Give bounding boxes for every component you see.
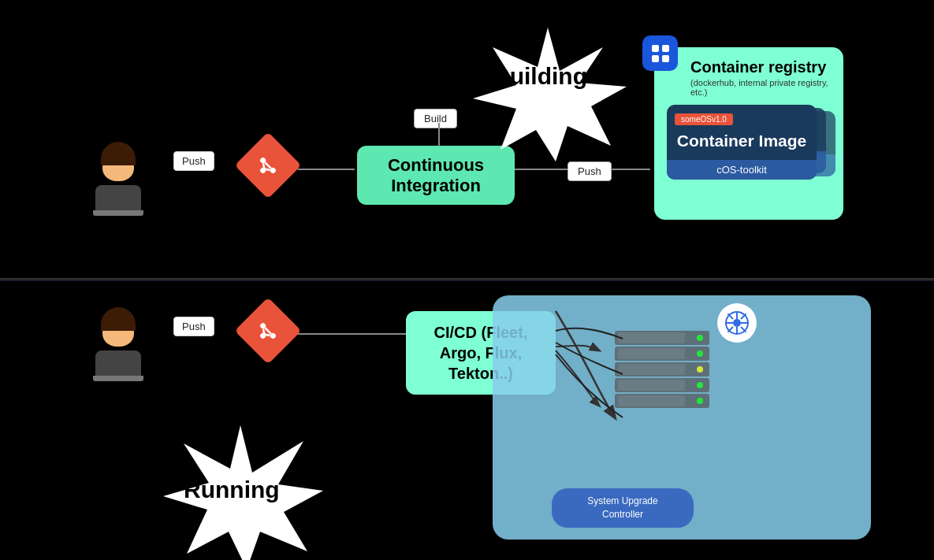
person-laptop-bottom bbox=[93, 376, 143, 381]
svg-point-37 bbox=[697, 398, 703, 404]
bottom-section: Push Running CI/CD (Fleet, Argo, Flux, T… bbox=[0, 280, 934, 560]
svg-rect-7 bbox=[652, 45, 659, 52]
arrow-git-to-ci bbox=[298, 169, 355, 170]
git-svg-bottom bbox=[250, 313, 285, 348]
svg-point-34 bbox=[697, 350, 703, 357]
container-image-label: Container Image bbox=[675, 128, 809, 157]
svg-point-19 bbox=[733, 319, 741, 327]
registry-box: Container registry (dockerhub, internal … bbox=[654, 47, 843, 220]
registry-subtitle: (dockerhub, internal private registry, e… bbox=[690, 78, 831, 97]
arrow-bottom-git-to-cicd bbox=[298, 333, 408, 335]
push-button-top[interactable]: Push bbox=[173, 151, 214, 171]
svg-rect-39 bbox=[618, 348, 685, 359]
svg-line-3 bbox=[265, 162, 271, 169]
building-burst: Building bbox=[465, 24, 631, 165]
person-body-bottom bbox=[95, 350, 141, 376]
person-body bbox=[95, 185, 141, 210]
registry-title: Container registry bbox=[690, 58, 831, 76]
svg-marker-6 bbox=[473, 28, 627, 161]
svg-rect-40 bbox=[618, 364, 685, 375]
svg-point-35 bbox=[697, 366, 703, 373]
svg-rect-38 bbox=[618, 332, 685, 343]
registry-grid-icon bbox=[649, 43, 672, 65]
card-front: someOSv1.0 Container Image cOS-toolkit bbox=[667, 105, 817, 180]
burst-svg bbox=[465, 24, 631, 165]
git-icon-top bbox=[244, 142, 298, 195]
person-laptop bbox=[93, 210, 143, 216]
svg-line-14 bbox=[265, 328, 271, 334]
svg-point-33 bbox=[697, 335, 703, 341]
building-label: Building bbox=[493, 63, 587, 90]
arrow-build-down bbox=[438, 123, 440, 146]
running-burst: Running bbox=[154, 421, 327, 560]
person-top bbox=[91, 142, 146, 216]
svg-point-13 bbox=[259, 332, 267, 339]
git-icon-bottom bbox=[244, 307, 298, 361]
svg-point-2 bbox=[259, 166, 267, 174]
build-button[interactable]: Build bbox=[414, 109, 457, 128]
running-label: Running bbox=[184, 477, 280, 503]
arrow-push-to-registry bbox=[611, 169, 650, 170]
svg-rect-9 bbox=[652, 55, 659, 62]
svg-rect-41 bbox=[618, 380, 685, 391]
k8s-wheel-icon bbox=[724, 310, 750, 336]
toolkit-badge: cOS-toolkit bbox=[667, 160, 817, 180]
server-svg bbox=[567, 323, 725, 496]
svg-rect-42 bbox=[618, 395, 685, 406]
top-section: Push Continuous Integration Build Push bbox=[0, 0, 934, 280]
person-hair-bottom bbox=[101, 307, 136, 331]
svg-rect-8 bbox=[662, 45, 669, 52]
suc-badge: System Upgrade Controller bbox=[552, 488, 694, 528]
svg-rect-10 bbox=[662, 55, 669, 62]
os-badge: someOSv1.0 bbox=[675, 113, 733, 125]
push-button-bottom[interactable]: Push bbox=[173, 317, 214, 336]
server-rack bbox=[567, 323, 725, 499]
arrow-ci-to-push bbox=[515, 169, 571, 170]
svg-point-36 bbox=[697, 382, 703, 388]
image-stack: someOSv1.0 Container Image cOS-toolkit bbox=[667, 105, 831, 207]
git-svg-top bbox=[250, 147, 285, 183]
person-hair bbox=[101, 142, 136, 165]
registry-icon bbox=[642, 35, 678, 71]
person-bottom bbox=[91, 307, 146, 381]
